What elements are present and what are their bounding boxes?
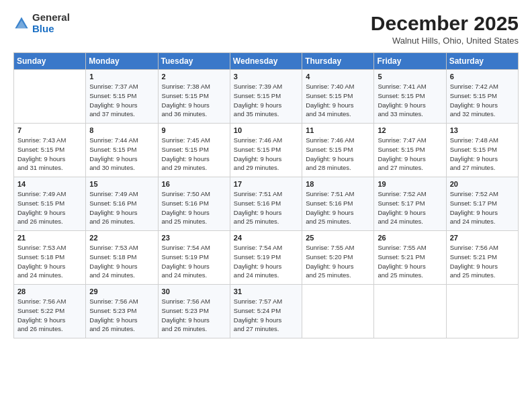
day-detail: Sunrise: 7:50 AMSunset: 5:16 PMDaylight:… (162, 189, 226, 226)
day-detail: Sunrise: 7:55 AMSunset: 5:20 PMDaylight:… (306, 243, 370, 280)
weekday-header-row: SundayMondayTuesdayWednesdayThursdayFrid… (14, 53, 519, 70)
calendar-cell: 1Sunrise: 7:37 AMSunset: 5:15 PMDaylight… (86, 70, 158, 124)
day-detail: Sunrise: 7:56 AMSunset: 5:22 PMDaylight:… (17, 297, 82, 334)
day-detail: Sunrise: 7:56 AMSunset: 5:21 PMDaylight:… (450, 243, 515, 280)
calendar-cell: 5Sunrise: 7:41 AMSunset: 5:15 PMDaylight… (374, 70, 446, 124)
day-detail: Sunrise: 7:56 AMSunset: 5:23 PMDaylight:… (162, 297, 226, 334)
day-detail: Sunrise: 7:40 AMSunset: 5:15 PMDaylight:… (306, 82, 370, 119)
day-detail: Sunrise: 7:45 AMSunset: 5:15 PMDaylight:… (162, 136, 226, 173)
day-detail: Sunrise: 7:51 AMSunset: 5:16 PMDaylight:… (306, 189, 370, 226)
calendar-cell: 27Sunrise: 7:56 AMSunset: 5:21 PMDayligh… (446, 231, 518, 285)
month-title: December 2025 (371, 12, 519, 34)
calendar-cell: 13Sunrise: 7:48 AMSunset: 5:15 PMDayligh… (446, 124, 518, 177)
day-detail: Sunrise: 7:47 AMSunset: 5:15 PMDaylight:… (378, 136, 442, 173)
day-number: 31 (234, 287, 298, 295)
day-detail: Sunrise: 7:43 AMSunset: 5:15 PMDaylight:… (17, 136, 82, 173)
day-number: 7 (17, 126, 82, 134)
day-number: 21 (17, 234, 82, 242)
calendar-cell: 25Sunrise: 7:55 AMSunset: 5:20 PMDayligh… (302, 231, 374, 285)
day-detail: Sunrise: 7:55 AMSunset: 5:21 PMDaylight:… (378, 243, 442, 280)
week-row-5: 28Sunrise: 7:56 AMSunset: 5:22 PMDayligh… (14, 285, 519, 338)
logo-blue-text: Blue (32, 23, 54, 34)
calendar-cell: 9Sunrise: 7:45 AMSunset: 5:15 PMDaylight… (158, 124, 230, 177)
week-row-3: 14Sunrise: 7:49 AMSunset: 5:15 PMDayligh… (14, 177, 519, 231)
calendar-cell (374, 285, 446, 338)
calendar-cell: 15Sunrise: 7:49 AMSunset: 5:16 PMDayligh… (86, 177, 158, 231)
calendar-cell: 10Sunrise: 7:46 AMSunset: 5:15 PMDayligh… (230, 124, 302, 177)
day-number: 30 (162, 287, 226, 295)
day-number: 22 (89, 234, 154, 242)
calendar-cell: 23Sunrise: 7:54 AMSunset: 5:19 PMDayligh… (158, 231, 230, 285)
weekday-header-tuesday: Tuesday (158, 53, 230, 70)
weekday-header-saturday: Saturday (446, 53, 518, 70)
calendar-cell: 26Sunrise: 7:55 AMSunset: 5:21 PMDayligh… (374, 231, 446, 285)
location-subtitle: Walnut Hills, Ohio, United States (371, 36, 519, 46)
weekday-header-monday: Monday (86, 53, 158, 70)
calendar-cell: 17Sunrise: 7:51 AMSunset: 5:16 PMDayligh… (230, 177, 302, 231)
calendar-page: General Blue December 2025 Walnut Hills,… (0, 0, 532, 411)
day-number: 17 (234, 180, 298, 188)
day-number: 15 (89, 180, 154, 188)
calendar-cell: 6Sunrise: 7:42 AMSunset: 5:15 PMDaylight… (446, 70, 518, 124)
calendar-cell: 16Sunrise: 7:50 AMSunset: 5:16 PMDayligh… (158, 177, 230, 231)
day-number: 10 (234, 126, 298, 134)
calendar-cell: 12Sunrise: 7:47 AMSunset: 5:15 PMDayligh… (374, 124, 446, 177)
calendar-cell: 2Sunrise: 7:38 AMSunset: 5:15 PMDaylight… (158, 70, 230, 124)
calendar-cell: 29Sunrise: 7:56 AMSunset: 5:23 PMDayligh… (86, 285, 158, 338)
day-number: 20 (450, 180, 515, 188)
day-detail: Sunrise: 7:49 AMSunset: 5:15 PMDaylight:… (17, 189, 82, 226)
calendar-cell: 30Sunrise: 7:56 AMSunset: 5:23 PMDayligh… (158, 285, 230, 338)
calendar-cell (302, 285, 374, 338)
day-number: 3 (234, 73, 298, 81)
day-detail: Sunrise: 7:53 AMSunset: 5:18 PMDaylight:… (17, 243, 82, 280)
day-detail: Sunrise: 7:54 AMSunset: 5:19 PMDaylight:… (162, 243, 226, 280)
day-number: 4 (306, 73, 370, 81)
day-detail: Sunrise: 7:38 AMSunset: 5:15 PMDaylight:… (162, 82, 226, 119)
calendar-cell: 24Sunrise: 7:54 AMSunset: 5:19 PMDayligh… (230, 231, 302, 285)
page-header: General Blue December 2025 Walnut Hills,… (13, 12, 519, 46)
calendar-cell: 3Sunrise: 7:39 AMSunset: 5:15 PMDaylight… (230, 70, 302, 124)
day-detail: Sunrise: 7:48 AMSunset: 5:15 PMDaylight:… (450, 136, 515, 173)
weekday-header-thursday: Thursday (302, 53, 374, 70)
weekday-header-sunday: Sunday (14, 53, 86, 70)
weekday-header-friday: Friday (374, 53, 446, 70)
day-number: 27 (450, 234, 515, 242)
calendar-cell: 28Sunrise: 7:56 AMSunset: 5:22 PMDayligh… (14, 285, 86, 338)
day-number: 12 (378, 126, 442, 134)
calendar-cell: 8Sunrise: 7:44 AMSunset: 5:15 PMDaylight… (86, 124, 158, 177)
calendar-cell: 21Sunrise: 7:53 AMSunset: 5:18 PMDayligh… (14, 231, 86, 285)
calendar-cell (14, 70, 86, 124)
calendar-cell: 11Sunrise: 7:46 AMSunset: 5:15 PMDayligh… (302, 124, 374, 177)
day-number: 5 (378, 73, 442, 81)
day-number: 1 (89, 73, 154, 81)
logo-icon (13, 15, 30, 32)
day-number: 19 (378, 180, 442, 188)
day-detail: Sunrise: 7:49 AMSunset: 5:16 PMDaylight:… (89, 189, 154, 226)
day-number: 2 (162, 73, 226, 81)
day-detail: Sunrise: 7:52 AMSunset: 5:17 PMDaylight:… (378, 189, 442, 226)
day-number: 16 (162, 180, 226, 188)
weekday-header-wednesday: Wednesday (230, 53, 302, 70)
calendar-table: SundayMondayTuesdayWednesdayThursdayFrid… (13, 52, 519, 338)
day-detail: Sunrise: 7:37 AMSunset: 5:15 PMDaylight:… (89, 82, 154, 119)
day-number: 9 (162, 126, 226, 134)
calendar-cell: 18Sunrise: 7:51 AMSunset: 5:16 PMDayligh… (302, 177, 374, 231)
calendar-cell: 19Sunrise: 7:52 AMSunset: 5:17 PMDayligh… (374, 177, 446, 231)
day-detail: Sunrise: 7:41 AMSunset: 5:15 PMDaylight:… (378, 82, 442, 119)
day-detail: Sunrise: 7:42 AMSunset: 5:15 PMDaylight:… (450, 82, 515, 119)
day-number: 24 (234, 234, 298, 242)
day-number: 8 (89, 126, 154, 134)
day-number: 11 (306, 126, 370, 134)
day-detail: Sunrise: 7:52 AMSunset: 5:17 PMDaylight:… (450, 189, 515, 226)
calendar-cell: 7Sunrise: 7:43 AMSunset: 5:15 PMDaylight… (14, 124, 86, 177)
calendar-cell: 22Sunrise: 7:53 AMSunset: 5:18 PMDayligh… (86, 231, 158, 285)
week-row-4: 21Sunrise: 7:53 AMSunset: 5:18 PMDayligh… (14, 231, 519, 285)
day-number: 13 (450, 126, 515, 134)
day-detail: Sunrise: 7:54 AMSunset: 5:19 PMDaylight:… (234, 243, 298, 280)
logo-general-text: General (32, 11, 70, 23)
week-row-1: 1Sunrise: 7:37 AMSunset: 5:15 PMDaylight… (14, 70, 519, 124)
day-detail: Sunrise: 7:39 AMSunset: 5:15 PMDaylight:… (234, 82, 298, 119)
calendar-cell: 14Sunrise: 7:49 AMSunset: 5:15 PMDayligh… (14, 177, 86, 231)
day-detail: Sunrise: 7:46 AMSunset: 5:15 PMDaylight:… (234, 136, 298, 173)
title-block: December 2025 Walnut Hills, Ohio, United… (371, 12, 519, 46)
